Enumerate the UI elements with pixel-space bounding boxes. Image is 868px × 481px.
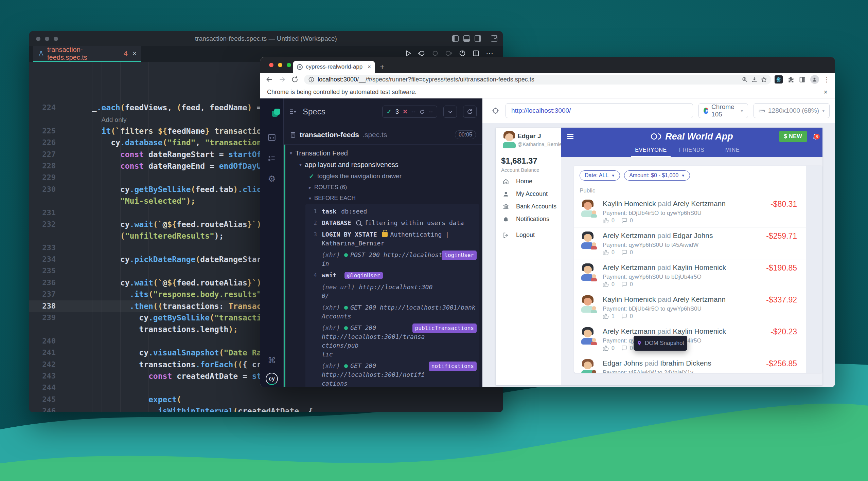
keyboard-shortcuts-icon[interactable]: ⌘ (268, 356, 276, 365)
transaction-reactions: 00 (603, 345, 637, 351)
passed-test-row[interactable]: ✓toggles the navigation drawer (284, 170, 482, 182)
debug-step-back-icon[interactable] (418, 50, 425, 57)
minimize-light[interactable] (278, 63, 282, 67)
browser-select[interactable]: Chrome 105 ▾ (698, 103, 748, 118)
url-bar[interactable]: localhost:3000/__/#/specs/runner?file=cy… (304, 75, 771, 85)
customize-layout-icon[interactable] (491, 35, 497, 42)
sidebar-item-home[interactable]: Home (496, 175, 561, 188)
runs-window-icon[interactable] (267, 133, 276, 142)
sidebar-item-bank-accounts[interactable]: Bank Accounts (496, 200, 561, 213)
new-transaction-button[interactable]: $ NEW (779, 131, 807, 142)
tab-everyone[interactable]: EVERYONE (631, 145, 671, 157)
command-log-row[interactable]: 4wait@loginUser (305, 270, 479, 281)
debug-step-into-icon[interactable] (445, 50, 453, 57)
transaction-row[interactable]: Arely Kertzmann paid Kaylin HomenickPaym… (574, 259, 806, 291)
command-log-row[interactable]: (xhr)GET 200 http://localhost:3001/bankA… (305, 302, 479, 322)
comment-icon[interactable] (621, 217, 627, 224)
transaction-row[interactable]: Edgar Johns paid Ibrahim DickensPayment:… (574, 355, 806, 373)
close-tab-icon[interactable]: × (368, 63, 371, 70)
suite-row[interactable]: ▾app layout and responsiveness (284, 159, 482, 170)
notification-count-badge: 8 (814, 134, 820, 140)
zoom-in-icon[interactable] (742, 76, 748, 83)
profile-avatar[interactable] (810, 75, 819, 84)
like-icon[interactable] (603, 217, 609, 224)
close-light[interactable] (269, 63, 273, 67)
chevron-down-icon: ▾ (822, 108, 825, 113)
site-info-icon[interactable] (308, 76, 315, 83)
banner-close-icon[interactable]: × (823, 88, 828, 96)
toggle-secondary-sidebar-icon[interactable] (475, 35, 481, 42)
debug-list-icon[interactable] (267, 154, 276, 163)
extensions-puzzle-icon[interactable] (787, 76, 794, 83)
debug-continue-icon[interactable] (404, 50, 412, 57)
transaction-row[interactable]: Kaylin Homenick paid Arely KertzmannPaym… (574, 291, 806, 323)
debug-step-over-icon[interactable] (431, 50, 439, 57)
aut-url-field[interactable]: http://localhost:3000/ (506, 103, 693, 118)
url-text[interactable]: localhost:3000/__/#/specs/runner?file=cy… (318, 76, 739, 83)
viewport-size-select[interactable]: 1280x1000 (68%) ▾ (754, 103, 830, 118)
like-icon[interactable] (603, 281, 609, 288)
spec-file-row[interactable]: transaction-feeds .spec.ts 00:05 (284, 125, 482, 144)
transaction-amount: -$259.71 (766, 232, 797, 241)
pending-count: -- (429, 108, 433, 115)
sidebar-item-logout[interactable]: Logout (496, 229, 561, 241)
comment-icon[interactable] (621, 249, 627, 256)
selector-playground-icon[interactable] (488, 103, 503, 118)
command-log-row[interactable]: 3LOGIN BY XSTATEAuthenticating | Kathari… (305, 229, 479, 249)
sidebar-item-notifications[interactable]: Notifications (496, 213, 561, 225)
browser-tab[interactable]: cypress-realworld-app × (293, 61, 375, 73)
before-each-section-row[interactable]: ▾BEFORE EACH (284, 193, 482, 204)
transaction-row[interactable]: Arely Kertzmann paid Kaylin HomenickPaym… (574, 323, 806, 355)
passed-check-icon: ✓ (387, 108, 392, 115)
chrome-logo-icon (704, 108, 708, 114)
like-icon[interactable] (603, 249, 609, 256)
tab-mine[interactable]: MINE (712, 145, 753, 157)
forward-icon[interactable] (279, 76, 286, 83)
collapse-sidebar-icon[interactable] (289, 108, 297, 115)
command-log-row[interactable]: 1taskdb:seed (305, 206, 479, 217)
debug-columns-icon[interactable] (472, 50, 480, 57)
status-dot (344, 364, 348, 368)
notifications-bell-icon[interactable]: 8 (812, 132, 820, 140)
close-tab-icon[interactable]: × (132, 50, 137, 57)
tab-friends[interactable]: FRIENDS (671, 145, 712, 157)
menu-dots-icon[interactable]: ⋮ (823, 76, 830, 84)
cypress-logo[interactable]: cy (266, 373, 278, 385)
react-devtools-icon[interactable] (775, 75, 783, 84)
command-log-row[interactable]: (xhr)POST 200 http://localhost:3001/logi… (305, 249, 479, 270)
like-count: 0 (612, 249, 615, 256)
debug-more-icon[interactable]: ⋯ (486, 49, 493, 58)
toggle-panel-icon[interactable] (463, 35, 470, 42)
collapse-all-button[interactable] (443, 106, 457, 118)
suite-row[interactable]: ▾Transaction Feed (284, 147, 482, 159)
comment-icon[interactable] (621, 313, 627, 319)
comment-icon[interactable] (621, 345, 627, 351)
reading-mode-icon[interactable] (799, 76, 806, 83)
date-filter-chip[interactable]: Date: ALL▼ (580, 170, 620, 181)
like-count: 0 (612, 281, 615, 288)
download-icon[interactable] (751, 76, 758, 83)
debug-restart-icon[interactable] (459, 50, 466, 57)
scrollbar-track[interactable] (806, 166, 822, 373)
bookmark-star-icon[interactable] (761, 76, 767, 83)
routes-section-row[interactable]: ▸ROUTES (6) (284, 182, 482, 193)
back-icon[interactable] (266, 76, 273, 83)
command-log-row[interactable]: 2DATABASEfiltering within users data (305, 217, 479, 229)
sidebar-item-my-account[interactable]: My Account (496, 188, 561, 200)
editor-tab[interactable]: transaction-feeds.spec.ts 4 × (33, 46, 141, 62)
new-tab-button[interactable]: + (380, 61, 385, 73)
comment-icon[interactable] (621, 281, 627, 288)
transaction-row[interactable]: Arely Kertzmann paid Edgar JohnsPayment:… (574, 227, 806, 259)
like-icon[interactable] (603, 313, 609, 319)
toggle-sidebar-icon[interactable] (452, 35, 459, 42)
like-icon[interactable] (603, 345, 609, 351)
command-log-row[interactable]: (new url)http://localhost:3000/ (305, 281, 479, 302)
rerun-tests-button[interactable] (463, 106, 477, 118)
amount-filter-chip[interactable]: Amount: $0 - $1,000▼ (624, 170, 690, 181)
command-log-row[interactable]: (xhr)GET 200notificationshttp://localhos… (305, 360, 479, 387)
settings-gear-icon[interactable]: ⚙ (268, 174, 276, 184)
transaction-row[interactable]: Kaylin Homenick paid Arely KertzmannPaym… (574, 196, 806, 227)
reload-icon[interactable] (291, 76, 299, 83)
command-log-row[interactable]: (xhr)GET 200publicTransactionshttp://loc… (305, 322, 479, 360)
zoom-light[interactable] (287, 63, 291, 67)
